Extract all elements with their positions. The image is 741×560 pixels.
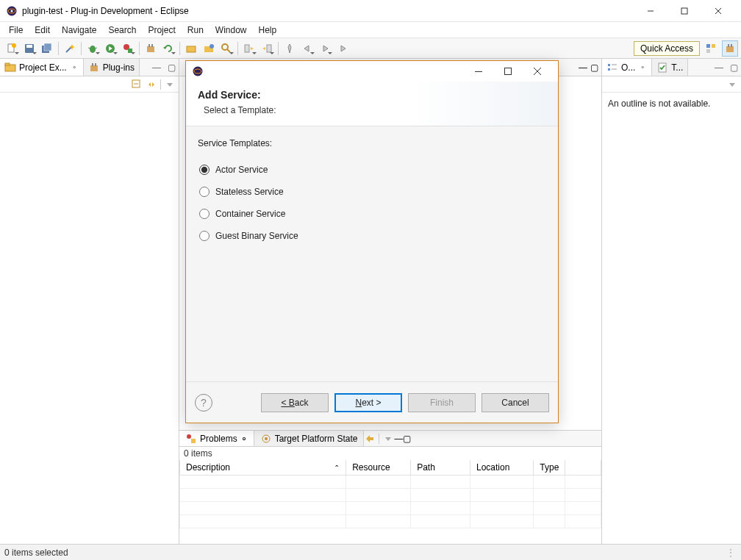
option-label[interactable]: Guest Binary Service: [215, 231, 298, 241]
run-icon[interactable]: [102, 40, 118, 57]
menu-project[interactable]: Project: [142, 24, 181, 37]
wand-icon[interactable]: [62, 40, 78, 57]
menu-file[interactable]: File: [3, 24, 29, 37]
cancel-button[interactable]: Cancel: [482, 393, 549, 412]
tab-tasks[interactable]: T...: [652, 59, 688, 76]
back-button[interactable]: < Back: [261, 393, 329, 412]
table-row[interactable]: [180, 502, 601, 515]
outline-body: An outline is not available.: [602, 93, 741, 544]
editor-maximize-icon[interactable]: ▢: [590, 62, 598, 73]
col-description[interactable]: Descriptionˆ: [180, 460, 346, 475]
minimize-view-icon[interactable]: —: [394, 434, 403, 444]
minimize-view-icon[interactable]: —: [713, 62, 725, 73]
search-icon[interactable]: [218, 40, 235, 57]
maximize-button[interactable]: [667, 1, 701, 21]
tab-project-explorer[interactable]: Project Ex... ⚬: [0, 59, 84, 76]
tab-close-icon[interactable]: ⚬: [240, 434, 248, 444]
dialog-maximize-button[interactable]: [493, 62, 523, 81]
col-type[interactable]: Type: [534, 460, 565, 475]
col-resource[interactable]: Resource: [346, 460, 411, 475]
right-panel: O... ⚬ T... — ▢ An outline is not availa…: [601, 59, 741, 544]
tab-close-icon[interactable]: ⚬: [70, 63, 79, 72]
table-row[interactable]: [180, 475, 601, 489]
debug-icon[interactable]: [85, 40, 101, 57]
problems-table[interactable]: Descriptionˆ Resource Path Location Type: [179, 460, 601, 544]
plugin-perspective-icon[interactable]: [722, 40, 738, 57]
col-path[interactable]: Path: [411, 460, 470, 475]
menu-edit[interactable]: Edit: [29, 24, 56, 37]
new-plugin-icon[interactable]: [143, 40, 159, 57]
view-menu-icon[interactable]: [726, 79, 738, 90]
collapse-all-icon[interactable]: [131, 79, 143, 90]
next-button[interactable]: Next >: [334, 393, 402, 412]
menu-navigate[interactable]: Navigate: [56, 24, 102, 37]
menu-run[interactable]: Run: [182, 24, 210, 37]
maximize-view-icon[interactable]: ▢: [165, 62, 177, 73]
option-label[interactable]: Actor Service: [215, 165, 268, 175]
svg-point-8: [12, 43, 16, 48]
minimize-button[interactable]: [634, 1, 667, 21]
svg-marker-24: [163, 46, 165, 49]
radio-stateless[interactable]: [199, 187, 210, 197]
svg-point-51: [187, 434, 191, 439]
col-extra[interactable]: [565, 460, 601, 475]
back-icon[interactable]: [299, 40, 315, 57]
svg-rect-40: [726, 46, 734, 52]
radio-guest[interactable]: [199, 231, 210, 241]
pin-editor-icon[interactable]: [282, 40, 298, 57]
tab-label: T...: [671, 62, 683, 73]
option-label[interactable]: Container Service: [215, 209, 285, 219]
view-menu-icon[interactable]: [164, 79, 176, 90]
option-container-service[interactable]: Container Service: [198, 203, 546, 225]
radio-actor[interactable]: [199, 165, 210, 175]
save-all-icon[interactable]: [39, 40, 55, 57]
menu-window[interactable]: Window: [210, 24, 253, 37]
external-tools-icon[interactable]: [120, 40, 136, 57]
open-perspective-icon[interactable]: [703, 40, 719, 57]
option-actor-service[interactable]: Actor Service: [198, 159, 546, 181]
svg-rect-52: [191, 439, 196, 443]
dialog-close-button[interactable]: [523, 62, 552, 81]
tab-outline[interactable]: O... ⚬: [602, 59, 652, 76]
svg-point-54: [265, 437, 268, 440]
close-button[interactable]: [701, 1, 735, 21]
save-icon[interactable]: [21, 40, 37, 57]
forward-icon[interactable]: [317, 40, 333, 57]
quick-access[interactable]: Quick Access: [634, 41, 700, 56]
prev-annotation-icon[interactable]: [259, 40, 275, 57]
minimize-view-icon[interactable]: —: [151, 62, 162, 73]
dialog-minimize-button[interactable]: [464, 62, 493, 81]
focus-icon[interactable]: [364, 433, 376, 445]
new-icon[interactable]: [4, 40, 20, 57]
maximize-view-icon[interactable]: ▢: [403, 434, 411, 444]
table-row[interactable]: [180, 489, 601, 502]
last-edit-icon[interactable]: [334, 40, 351, 57]
tab-plugins[interactable]: Plug-ins: [84, 59, 140, 76]
open-task-icon[interactable]: [201, 40, 217, 57]
open-type-icon[interactable]: [183, 40, 199, 57]
view-menu-icon[interactable]: [382, 433, 394, 445]
editor-minimize-icon[interactable]: —: [579, 62, 587, 73]
tab-target-platform[interactable]: Target Platform State: [254, 431, 365, 446]
radio-container[interactable]: [199, 209, 210, 219]
svg-rect-23: [151, 44, 153, 47]
help-icon[interactable]: ?: [195, 394, 212, 412]
col-location[interactable]: Location: [470, 460, 534, 475]
menu-search[interactable]: Search: [102, 24, 142, 37]
tab-problems[interactable]: Problems ⚬: [179, 431, 254, 446]
svg-rect-12: [44, 43, 51, 51]
eclipse-icon: [192, 65, 204, 77]
option-label[interactable]: Stateless Service: [215, 187, 284, 197]
menu-help[interactable]: Help: [253, 24, 283, 37]
table-row[interactable]: [180, 515, 601, 528]
link-editor-icon[interactable]: [146, 79, 157, 90]
resize-grip-icon[interactable]: ⋮: [726, 548, 737, 558]
maximize-view-icon[interactable]: ▢: [728, 62, 740, 73]
option-stateless-service[interactable]: Stateless Service: [198, 181, 546, 203]
next-annotation-icon[interactable]: [241, 40, 257, 57]
project-explorer-body[interactable]: [0, 93, 179, 544]
svg-rect-37: [706, 44, 710, 48]
tab-close-icon[interactable]: ⚬: [638, 63, 647, 72]
option-guest-binary-service[interactable]: Guest Binary Service: [198, 225, 546, 247]
refresh-icon[interactable]: [160, 40, 176, 57]
